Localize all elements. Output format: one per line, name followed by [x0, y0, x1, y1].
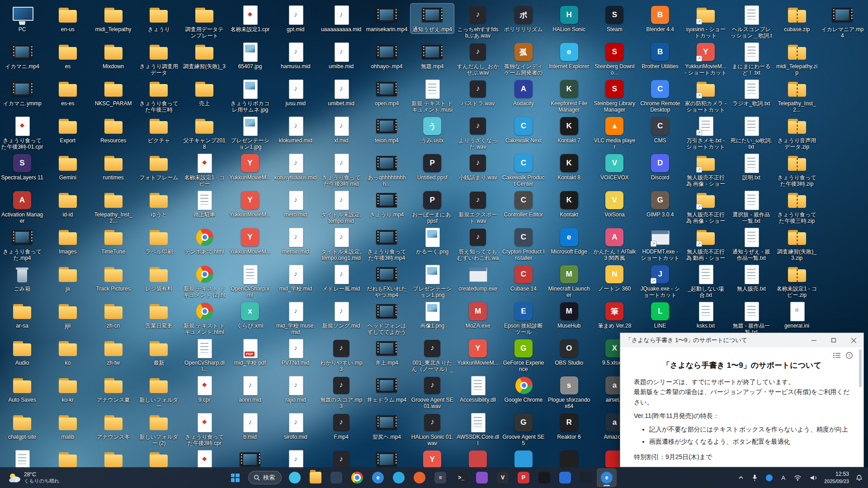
desktop-icon[interactable]: ko-kr	[46, 374, 90, 404]
desktop-icon[interactable]: zh-cn	[92, 300, 135, 330]
desktop-icon[interactable]: こっちehすすfdsbぶあ.wav	[456, 4, 500, 40]
tray-overflow-button[interactable]	[736, 469, 745, 486]
desktop-icon[interactable]: en-us	[46, 4, 90, 33]
desktop-icon[interactable]: OpenCvSharp.xml	[228, 263, 272, 299]
desktop-icon[interactable]: NKSC_PARAM	[92, 78, 135, 108]
desktop-icon[interactable]: 65407.jpg	[228, 41, 272, 70]
desktop-icon[interactable]: MMoZA.exe	[456, 300, 500, 330]
desktop-icon[interactable]: メドレー風.mid	[320, 263, 363, 293]
desktop-icon[interactable]: xl.mid	[320, 115, 363, 145]
desktop-icon[interactable]: HALion Sonic 01.wav	[410, 411, 454, 447]
desktop-icon[interactable]: hamusu.mid	[274, 41, 317, 70]
taskbar-app-terminal[interactable]: >_	[451, 468, 471, 487]
desktop-icon[interactable]: aorin.mid	[228, 374, 272, 404]
desktop-icon[interactable]: フォトフレーム	[137, 152, 180, 182]
desktop-icon[interactable]: あっqhhhhbhhhh...	[365, 152, 408, 188]
volume-button[interactable]	[808, 469, 819, 486]
desktop-icon[interactable]: まにまにわーるど！.txt	[730, 41, 773, 77]
desktop-icon[interactable]: きょうり食ってた.mp4	[0, 226, 44, 262]
desktop-icon[interactable]: kotusytuaaus.mid	[274, 152, 317, 182]
desktop-icon[interactable]: 孤孤独なインディゲーム開発者の一生...	[502, 41, 545, 77]
desktop-icon[interactable]: BBlender 4.4	[638, 4, 682, 33]
desktop-icon[interactable]: malib	[46, 411, 90, 441]
desktop-icon[interactable]: ja	[46, 263, 90, 293]
desktop-icon[interactable]: OpenCvSharp.dll...	[183, 337, 226, 373]
desktop-icon[interactable]: mid_学校 muse.mid	[274, 300, 317, 336]
desktop-icon[interactable]: ラジオ_歌詞.txt	[730, 78, 773, 108]
help-icon[interactable]: ?	[846, 352, 853, 359]
desktop-icon[interactable]: Groove Agent SE 01.wav	[410, 374, 454, 410]
desktop-icon[interactable]: 無題.mp4	[410, 41, 454, 70]
notification-button[interactable]	[854, 469, 864, 486]
desktop-icon[interactable]: HHALion Sonic	[547, 4, 591, 33]
desktop-icon[interactable]: 調査練習(失敗)_3	[183, 41, 226, 70]
desktop-icon[interactable]: ksks.txt	[684, 300, 727, 330]
desktop-icon[interactable]: RReaktor 6	[547, 411, 591, 441]
desktop-icon[interactable]: ↗HDDFMT.exe - ショートカット	[638, 226, 682, 262]
desktop-icon[interactable]: 井上.mp4	[365, 337, 408, 367]
desktop-icon[interactable]: midi_Telepathy	[92, 4, 135, 33]
desktop-icon[interactable]: 調査練習(失敗)_3.zip	[775, 226, 819, 262]
desktop-icon[interactable]: teion.mp4	[365, 115, 408, 145]
desktop-icon[interactable]: ↗家の防犯カメラ - ショートカット	[684, 78, 727, 114]
desktop-icon[interactable]: きょうり	[137, 4, 180, 33]
desktop-icon[interactable]: 無題 - 親作品一覧.txt	[730, 300, 773, 336]
desktop-icon[interactable]: プレゼンテーション1.jpg	[228, 115, 272, 151]
desktop-icon[interactable]: AActivation Manager	[0, 189, 44, 225]
mic-indicator[interactable]	[750, 469, 759, 486]
desktop-icon[interactable]: 新しいフォルダー	[137, 374, 180, 410]
search-box[interactable]: 検索	[248, 471, 282, 484]
desktop-icon[interactable]: きょうり調査用データ	[137, 41, 180, 77]
desktop-icon[interactable]: 001_東北きりたん（ノーマル）_少しゃ...	[410, 337, 454, 374]
desktop-icon[interactable]: イカマニ.mp4	[0, 41, 44, 70]
desktop-icon[interactable]: AWSSDK.Core.dll	[456, 411, 500, 447]
desktop-icon[interactable]: Aかんたん！AITalk 3 関西風	[593, 226, 636, 262]
desktop-icon[interactable]: MMuseHub	[547, 300, 591, 330]
desktop-icon[interactable]: ゆうと	[137, 189, 180, 219]
desktop-icon[interactable]: 無人販売.txt	[730, 263, 773, 293]
desktop-icon[interactable]: CCakewalk Next	[502, 115, 545, 145]
dialog-titlebar[interactable]: 「さよなら手書き 1〜9」のサポートについて	[620, 333, 863, 347]
desktop-icon[interactable]: Accessibility.dll	[456, 374, 500, 404]
desktop-icon[interactable]: jusu.mid	[274, 78, 317, 108]
desktop-icon[interactable]: ごみ箱	[0, 263, 44, 293]
desktop-icon[interactable]: chatgpt-site	[0, 411, 44, 441]
taskbar-app-claw-app[interactable]	[534, 468, 554, 487]
weather-widget[interactable]: 28°C くもりのち晴れ	[5, 467, 63, 488]
desktop-icon[interactable]: 通知うぜえ.mp4	[410, 4, 454, 33]
desktop-icon[interactable]: SSpectraLayers 11	[0, 152, 44, 182]
desktop-icon[interactable]: GGIMP 3.0.4	[638, 189, 682, 219]
desktop-icon[interactable]: Gemini	[46, 152, 90, 182]
desktop-icon[interactable]: タイトル未設定, tempo.mid	[320, 189, 363, 225]
desktop-icon[interactable]: 新しいフォルダー (2)	[137, 411, 180, 447]
desktop-icon[interactable]: GGroove Agent SE 5	[502, 411, 545, 447]
desktop-icon[interactable]: YYukkuriMovieM...	[228, 152, 272, 182]
taskbar-app-chrome[interactable]	[347, 468, 367, 487]
desktop-icon[interactable]: ポポリリリリズム	[502, 4, 545, 33]
desktop-icon[interactable]: きょうり食ってた午後3時.cpr	[183, 411, 226, 447]
desktop-icon[interactable]: mid_学校.mid	[274, 263, 317, 293]
desktop-icon[interactable]: CCrypton Product Installer	[502, 226, 545, 262]
desktop-icon[interactable]: ko	[46, 337, 90, 367]
desktop-icon[interactable]: 売上	[183, 78, 226, 108]
desktop-icon[interactable]: KKontakt 8	[547, 152, 591, 182]
desktop-icon[interactable]: アナウンス夏	[92, 374, 135, 404]
desktop-icon[interactable]: ピクチャ	[137, 115, 180, 145]
desktop-icon[interactable]: CCakewalk Product Center	[502, 152, 545, 188]
desktop-icon[interactable]: ▲VLC media player	[593, 115, 636, 151]
maximize-button[interactable]	[824, 333, 844, 347]
desktop-icon[interactable]: zh-tw	[92, 337, 135, 367]
desktop-icon[interactable]: J↗JQuake.exe - ショートカット	[638, 263, 682, 299]
desktop-icon[interactable]: Images	[46, 226, 90, 256]
desktop-icon[interactable]: イカレマニア.mp4	[821, 4, 864, 40]
desktop-icon[interactable]: ar-sa	[0, 300, 44, 330]
desktop-icon[interactable]: ↗無人販売不正行為 動画 - ショートカット	[684, 226, 727, 263]
desktop-icon[interactable]: umibe.mid	[320, 41, 363, 70]
desktop-icon[interactable]: AAudacity	[502, 78, 545, 108]
desktop-icon[interactable]: ヘッドフォンはずしててよかうた.mp4	[365, 300, 408, 337]
desktop-icon[interactable]: プレゼンテーション1.png	[410, 263, 454, 299]
taskbar-app-edge[interactable]: e	[368, 468, 388, 487]
desktop-icon[interactable]: gpt.mid	[274, 4, 317, 33]
desktop-icon[interactable]: 路上駐車	[183, 189, 226, 219]
desktop-icon[interactable]: テンポあて.html	[183, 226, 226, 256]
